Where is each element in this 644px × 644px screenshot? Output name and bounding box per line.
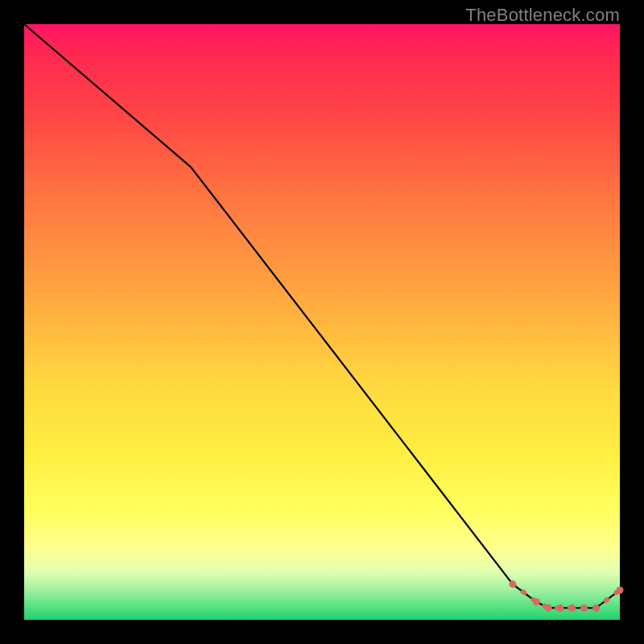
highlight-dot [568, 605, 576, 612]
main-curve [24, 24, 620, 608]
highlight-dot [557, 605, 564, 612]
chart-stage: TheBottleneck.com [0, 0, 644, 644]
highlight-dots-layer [509, 580, 623, 612]
curve-layer [24, 24, 620, 608]
highlight-dot [533, 598, 540, 605]
highlight-dot [617, 587, 624, 594]
highlight-dot [509, 580, 516, 588]
highlight-dot [545, 605, 552, 612]
highlight-dot [580, 605, 588, 612]
watermark-text: TheBottleneck.com [465, 5, 620, 26]
highlight-dot [592, 605, 600, 612]
chart-overlay [24, 24, 620, 620]
